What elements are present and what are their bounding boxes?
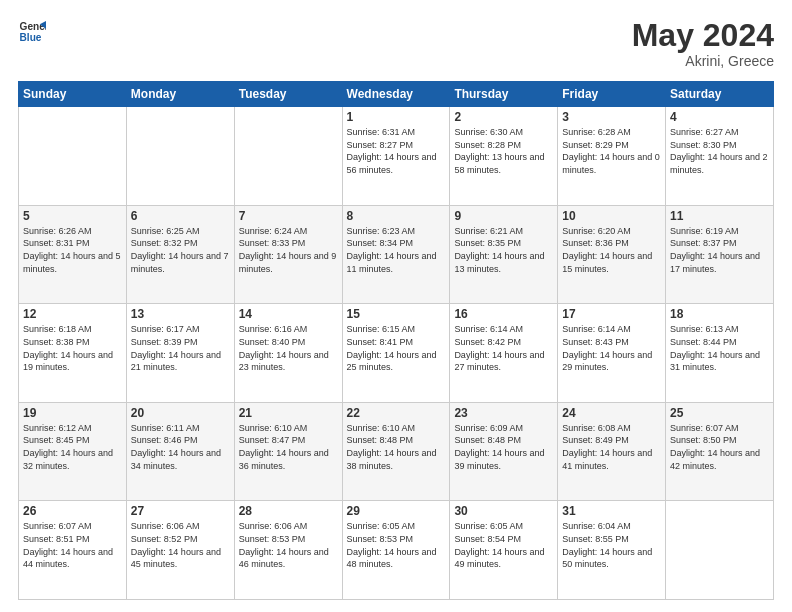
daylight-text: Daylight: 14 hours and 5 minutes. [23,250,122,275]
sunrise-text: Sunrise: 6:11 AM [131,422,230,435]
daylight-text: Daylight: 14 hours and 32 minutes. [23,447,122,472]
day-info: Sunrise: 6:27 AMSunset: 8:30 PMDaylight:… [670,126,769,176]
table-row: 1Sunrise: 6:31 AMSunset: 8:27 PMDaylight… [342,107,450,206]
day-info: Sunrise: 6:11 AMSunset: 8:46 PMDaylight:… [131,422,230,472]
sunrise-text: Sunrise: 6:18 AM [23,323,122,336]
daylight-text: Daylight: 14 hours and 46 minutes. [239,546,338,571]
sunrise-text: Sunrise: 6:16 AM [239,323,338,336]
sunrise-text: Sunrise: 6:25 AM [131,225,230,238]
sunset-text: Sunset: 8:41 PM [347,336,446,349]
table-row: 11Sunrise: 6:19 AMSunset: 8:37 PMDayligh… [666,205,774,304]
sunrise-text: Sunrise: 6:24 AM [239,225,338,238]
day-info: Sunrise: 6:14 AMSunset: 8:42 PMDaylight:… [454,323,553,373]
day-number: 24 [562,406,661,420]
day-info: Sunrise: 6:05 AMSunset: 8:53 PMDaylight:… [347,520,446,570]
sunset-text: Sunset: 8:55 PM [562,533,661,546]
table-row: 22Sunrise: 6:10 AMSunset: 8:48 PMDayligh… [342,402,450,501]
daylight-text: Daylight: 14 hours and 2 minutes. [670,151,769,176]
day-info: Sunrise: 6:12 AMSunset: 8:45 PMDaylight:… [23,422,122,472]
day-number: 11 [670,209,769,223]
table-row: 10Sunrise: 6:20 AMSunset: 8:36 PMDayligh… [558,205,666,304]
sunset-text: Sunset: 8:52 PM [131,533,230,546]
logo: General Blue [18,18,46,46]
col-sunday: Sunday [19,82,127,107]
calendar-week-row: 1Sunrise: 6:31 AMSunset: 8:27 PMDaylight… [19,107,774,206]
day-number: 4 [670,110,769,124]
daylight-text: Daylight: 14 hours and 34 minutes. [131,447,230,472]
table-row: 19Sunrise: 6:12 AMSunset: 8:45 PMDayligh… [19,402,127,501]
day-number: 25 [670,406,769,420]
day-info: Sunrise: 6:25 AMSunset: 8:32 PMDaylight:… [131,225,230,275]
sunset-text: Sunset: 8:31 PM [23,237,122,250]
table-row: 4Sunrise: 6:27 AMSunset: 8:30 PMDaylight… [666,107,774,206]
day-number: 8 [347,209,446,223]
table-row: 3Sunrise: 6:28 AMSunset: 8:29 PMDaylight… [558,107,666,206]
day-info: Sunrise: 6:20 AMSunset: 8:36 PMDaylight:… [562,225,661,275]
sunset-text: Sunset: 8:34 PM [347,237,446,250]
sunrise-text: Sunrise: 6:07 AM [23,520,122,533]
calendar-week-row: 12Sunrise: 6:18 AMSunset: 8:38 PMDayligh… [19,304,774,403]
sunset-text: Sunset: 8:47 PM [239,434,338,447]
sunset-text: Sunset: 8:54 PM [454,533,553,546]
daylight-text: Daylight: 14 hours and 7 minutes. [131,250,230,275]
day-number: 31 [562,504,661,518]
day-number: 20 [131,406,230,420]
table-row: 21Sunrise: 6:10 AMSunset: 8:47 PMDayligh… [234,402,342,501]
day-info: Sunrise: 6:19 AMSunset: 8:37 PMDaylight:… [670,225,769,275]
daylight-text: Daylight: 14 hours and 39 minutes. [454,447,553,472]
sunset-text: Sunset: 8:39 PM [131,336,230,349]
col-friday: Friday [558,82,666,107]
day-number: 29 [347,504,446,518]
sunrise-text: Sunrise: 6:06 AM [239,520,338,533]
day-info: Sunrise: 6:13 AMSunset: 8:44 PMDaylight:… [670,323,769,373]
table-row: 7Sunrise: 6:24 AMSunset: 8:33 PMDaylight… [234,205,342,304]
col-thursday: Thursday [450,82,558,107]
daylight-text: Daylight: 14 hours and 15 minutes. [562,250,661,275]
day-number: 16 [454,307,553,321]
day-number: 2 [454,110,553,124]
sunset-text: Sunset: 8:48 PM [454,434,553,447]
sunset-text: Sunset: 8:43 PM [562,336,661,349]
sunset-text: Sunset: 8:45 PM [23,434,122,447]
sunset-text: Sunset: 8:50 PM [670,434,769,447]
day-number: 28 [239,504,338,518]
day-info: Sunrise: 6:28 AMSunset: 8:29 PMDaylight:… [562,126,661,176]
sunrise-text: Sunrise: 6:10 AM [239,422,338,435]
daylight-text: Daylight: 14 hours and 41 minutes. [562,447,661,472]
daylight-text: Daylight: 13 hours and 58 minutes. [454,151,553,176]
sunset-text: Sunset: 8:53 PM [239,533,338,546]
table-row: 25Sunrise: 6:07 AMSunset: 8:50 PMDayligh… [666,402,774,501]
day-info: Sunrise: 6:07 AMSunset: 8:50 PMDaylight:… [670,422,769,472]
table-row [126,107,234,206]
day-number: 15 [347,307,446,321]
table-row: 12Sunrise: 6:18 AMSunset: 8:38 PMDayligh… [19,304,127,403]
sunrise-text: Sunrise: 6:26 AM [23,225,122,238]
daylight-text: Daylight: 14 hours and 42 minutes. [670,447,769,472]
sunrise-text: Sunrise: 6:23 AM [347,225,446,238]
table-row: 29Sunrise: 6:05 AMSunset: 8:53 PMDayligh… [342,501,450,600]
sunrise-text: Sunrise: 6:12 AM [23,422,122,435]
day-number: 9 [454,209,553,223]
sunset-text: Sunset: 8:33 PM [239,237,338,250]
daylight-text: Daylight: 14 hours and 23 minutes. [239,349,338,374]
sunrise-text: Sunrise: 6:30 AM [454,126,553,139]
sunrise-text: Sunrise: 6:04 AM [562,520,661,533]
location: Akrini, Greece [632,53,774,69]
table-row: 14Sunrise: 6:16 AMSunset: 8:40 PMDayligh… [234,304,342,403]
header: General Blue May 2024 Akrini, Greece [18,18,774,69]
daylight-text: Daylight: 14 hours and 19 minutes. [23,349,122,374]
daylight-text: Daylight: 14 hours and 13 minutes. [454,250,553,275]
calendar-week-row: 5Sunrise: 6:26 AMSunset: 8:31 PMDaylight… [19,205,774,304]
daylight-text: Daylight: 14 hours and 44 minutes. [23,546,122,571]
day-info: Sunrise: 6:10 AMSunset: 8:48 PMDaylight:… [347,422,446,472]
day-number: 5 [23,209,122,223]
sunset-text: Sunset: 8:40 PM [239,336,338,349]
table-row [19,107,127,206]
day-number: 6 [131,209,230,223]
calendar-week-row: 26Sunrise: 6:07 AMSunset: 8:51 PMDayligh… [19,501,774,600]
svg-text:General: General [20,21,46,32]
table-row: 2Sunrise: 6:30 AMSunset: 8:28 PMDaylight… [450,107,558,206]
sunrise-text: Sunrise: 6:13 AM [670,323,769,336]
logo-icon: General Blue [18,18,46,46]
daylight-text: Daylight: 14 hours and 50 minutes. [562,546,661,571]
